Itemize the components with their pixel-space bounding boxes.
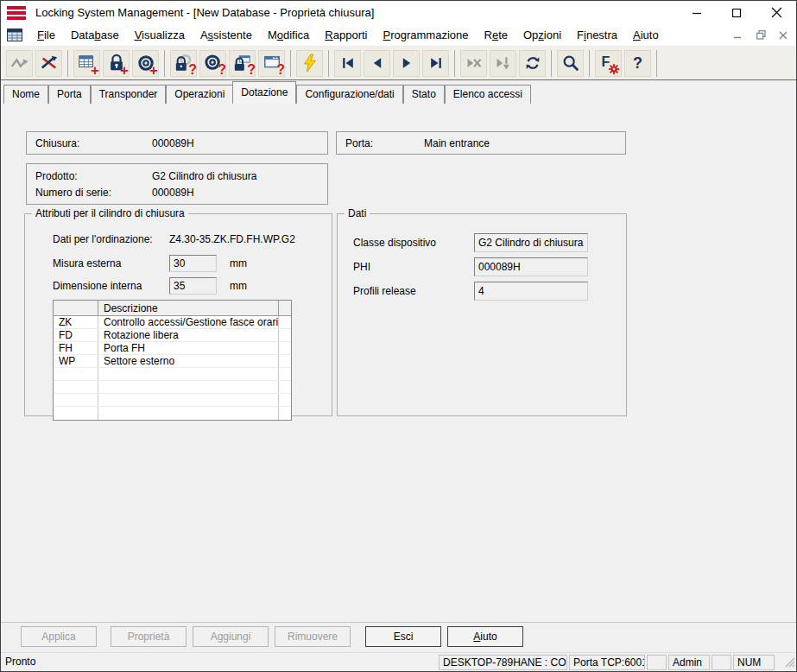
- connect-button[interactable]: [6, 50, 33, 77]
- resize-grip[interactable]: [783, 656, 795, 670]
- tab-porta[interactable]: Porta: [48, 85, 91, 104]
- title-bar: Locking System Management - [New Databas…: [1, 1, 796, 24]
- search-button[interactable]: [557, 50, 584, 77]
- status-segment-connection: DESKTOP-789HANE : COM(*): [439, 655, 567, 670]
- read-lock-alt-button[interactable]: ?: [229, 50, 256, 77]
- empty-row: [54, 407, 291, 420]
- new-transponder-button[interactable]: +: [132, 50, 159, 77]
- menu-aiuto[interactable]: Aiuto: [625, 26, 667, 44]
- chiusura-value: 000089H: [152, 136, 194, 152]
- attributi-group-title: Attributi per il cilindro di chiusura: [32, 207, 188, 219]
- cancel-record-button[interactable]: [460, 50, 487, 77]
- new-plan-button[interactable]: +: [73, 50, 100, 77]
- read-lock-button[interactable]: ?: [170, 50, 197, 77]
- menu-modifica[interactable]: Modifica: [260, 26, 317, 44]
- new-lock-button[interactable]: +: [103, 50, 130, 77]
- misura-esterna-input[interactable]: 30: [169, 255, 217, 272]
- question-overlay-icon: ?: [276, 63, 285, 77]
- aiuto-button[interactable]: Aiuto: [447, 626, 523, 647]
- disconnect-button[interactable]: [35, 50, 62, 77]
- tab-page-dotazione: Chiusura: 000089H Porta: Main entrance P…: [1, 104, 796, 623]
- help-button[interactable]: ?: [624, 50, 651, 77]
- first-record-button[interactable]: [334, 50, 361, 77]
- option-code: FD: [54, 329, 98, 341]
- chiusura-label: Chiusura:: [35, 136, 152, 152]
- plus-overlay-icon: +: [120, 63, 129, 78]
- menu-file[interactable]: File: [29, 26, 63, 44]
- esci-button[interactable]: Esci: [365, 626, 441, 647]
- menu-opzioni[interactable]: Opzioni: [516, 26, 569, 44]
- option-desc: Controllo accessi/Gestione fasce orarie: [98, 316, 279, 328]
- close-icon: [771, 7, 782, 18]
- close-button[interactable]: [756, 1, 796, 24]
- next-record-button[interactable]: [393, 50, 420, 77]
- tab-nome[interactable]: Nome: [3, 85, 48, 104]
- menu-rapporti[interactable]: Rapporti: [317, 26, 375, 44]
- status-bar: Pronto DESKTOP-789HANE : COM(*) Porta TC…: [1, 652, 796, 671]
- misura-esterna-label: Misura esterna: [53, 257, 121, 269]
- tab-dotazione[interactable]: Dotazione: [232, 81, 296, 104]
- window-title: Locking System Management - [New Databas…: [35, 6, 374, 19]
- empty-row: [54, 381, 291, 394]
- mdi-close-button[interactable]: [775, 29, 791, 42]
- classe-dispositivo-field[interactable]: G2 Cilindro di chiusura: [474, 233, 588, 252]
- option-desc: Rotazione libera: [98, 329, 279, 341]
- dati-group-title: Dati: [345, 207, 370, 219]
- status-segment-empty2: [712, 655, 731, 670]
- query-window-button[interactable]: ?: [258, 50, 285, 77]
- toolbar: + + + ? ? ? ?: [1, 47, 796, 80]
- porta-label: Porta:: [345, 136, 424, 152]
- dimensione-interna-input[interactable]: 35: [169, 277, 217, 295]
- maximize-button[interactable]: [717, 1, 756, 24]
- menu-programmazione[interactable]: Programmazione: [376, 26, 477, 44]
- tab-elenco-accessi[interactable]: Elenco accessi: [445, 85, 531, 104]
- skip-record-button[interactable]: [490, 50, 516, 77]
- menu-database[interactable]: Database: [63, 26, 127, 44]
- status-segment-tcp-port: Porta TCP:6001: [569, 655, 645, 670]
- column-header-code: [54, 301, 98, 315]
- program-button[interactable]: [296, 50, 323, 77]
- search-icon: [561, 54, 580, 73]
- menu-rete[interactable]: Rete: [477, 26, 516, 44]
- refresh-icon: [523, 54, 542, 73]
- tab-operazioni[interactable]: Operazioni: [166, 85, 233, 104]
- empty-row: [54, 394, 291, 407]
- applica-button[interactable]: Applica: [21, 626, 97, 647]
- option-row-wp[interactable]: WP Settore esterno: [54, 355, 291, 368]
- menu-finestra[interactable]: Finestra: [569, 26, 625, 44]
- ordinazione-value: Z4.30-35.ZK.FD.FH.WP.G2: [169, 233, 295, 245]
- phi-field[interactable]: 000089H: [474, 257, 588, 276]
- tab-transponder[interactable]: Transponder: [91, 85, 167, 104]
- rimuovere-button[interactable]: Rimuovere: [275, 626, 351, 647]
- mdi-minimize-button[interactable]: [731, 29, 746, 42]
- aggiungi-button[interactable]: Aggiungi: [193, 626, 269, 647]
- refresh-button[interactable]: [519, 50, 546, 77]
- toolbar-separator: [67, 50, 68, 77]
- proprieta-button[interactable]: Proprietà: [111, 626, 187, 647]
- prodotto-box: Prodotto: G2 Cilindro di chiusura Numero…: [26, 163, 328, 205]
- option-row-zk[interactable]: ZK Controllo accessi/Gestione fasce orar…: [54, 316, 291, 329]
- prodotto-value: G2 Cilindro di chiusura: [152, 168, 256, 185]
- menu-assistente[interactable]: Assistente: [193, 26, 260, 44]
- tab-configurazione-dati[interactable]: Configurazione/dati: [296, 85, 402, 104]
- option-row-fd[interactable]: FD Rotazione libera: [54, 329, 291, 342]
- filter-button[interactable]: F: [595, 50, 622, 77]
- profili-release-field[interactable]: 4: [474, 282, 588, 301]
- connect-icon: [10, 54, 29, 73]
- options-table-header: Descrizione: [54, 301, 291, 316]
- question-overlay-icon: ?: [188, 63, 197, 77]
- read-transponder-button[interactable]: ?: [199, 50, 226, 77]
- classe-dispositivo-label: Classe dispositivo: [353, 237, 436, 249]
- option-row-fh[interactable]: FH Porta FH: [54, 342, 291, 355]
- menu-visualizza[interactable]: Visualizza: [127, 26, 193, 44]
- tab-stato[interactable]: Stato: [403, 85, 445, 104]
- dimensione-interna-label: Dimensione interna: [53, 280, 142, 292]
- option-code: FH: [54, 342, 98, 354]
- minimize-button[interactable]: [677, 1, 717, 24]
- mdi-restore-button[interactable]: [753, 29, 769, 42]
- last-record-button[interactable]: [422, 50, 449, 77]
- dati-groupbox: Dati Classe dispositivo G2 Cilindro di c…: [337, 213, 627, 416]
- status-segment-user: Admin: [668, 655, 710, 670]
- previous-record-button[interactable]: [364, 50, 390, 77]
- menu-bar: File Database Visualizza Assistente Modi…: [1, 24, 796, 47]
